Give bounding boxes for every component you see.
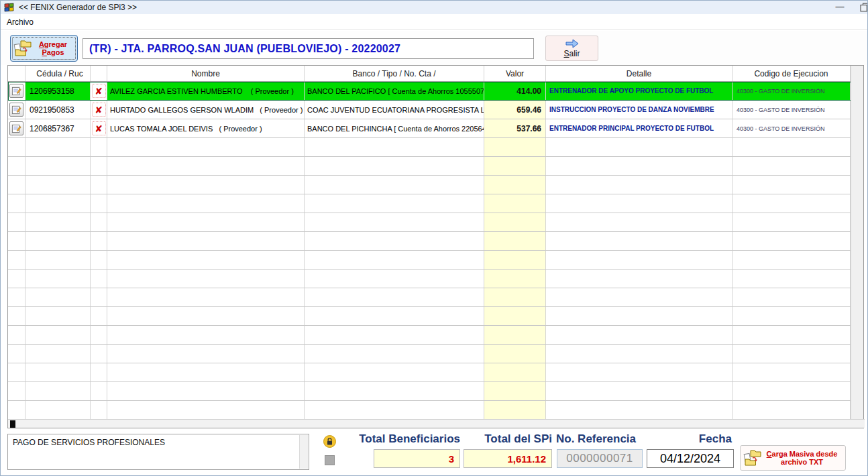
empty-row [8,138,863,157]
salir-button[interactable]: Salir [545,36,598,61]
edit-icon [11,105,21,115]
cell-detalle: ENTRENADOR PRINCIPAL PROYECTO DE FUTBOL [546,119,733,137]
title-bar: << FENIX Generador de SPi3 >> — [1,1,868,14]
fecha-value: 04/12/2024 [660,452,720,466]
referencia-label: No. Referencia [555,432,645,446]
empty-row [8,213,863,232]
empty-row [8,251,863,270]
header-edit-col [8,66,25,81]
empty-row [8,307,863,326]
hscroll-thumb[interactable] [10,420,15,428]
referencia-field: 0000000071 [557,449,643,468]
footer-panel: PAGO DE SERVICIOS PROFESIONALES Total Be… [1,430,868,476]
grid-horizontal-scrollbar[interactable] [8,419,865,428]
add-payments-folder-icon [13,40,32,57]
row-delete-button[interactable]: ✘ [92,84,106,98]
empty-row [8,363,863,382]
entity-text: (TR) - JTA. PARROQ.SAN JUAN (PUEBLOVIEJO… [89,43,400,55]
maximize-button[interactable] [859,3,868,12]
header-cedula: Cédula / Ruc [25,66,91,81]
cell-cedula: 0921950853 [25,101,91,119]
fecha-label: Fecha [647,432,732,446]
carga-masiva-label: Carga Masiva desde archivo TXT [761,450,843,466]
table-row[interactable]: 1206857367 ✘ LUCAS TOMALA JOEL DEIVIS ( … [8,119,863,138]
lock-icon[interactable] [323,435,336,448]
header-detalle: Detalle [546,66,733,81]
cell-detalle: INSTRUCCION PROYECTO DE DANZA NOVIEMBRE [546,101,733,119]
empty-row [8,194,863,213]
cell-banco: COAC JUVENTUD ECUATORIANA PROGRESISTA LT… [305,101,484,119]
empty-row [8,270,863,288]
agregar-pagos-label: Agregar Pagos [32,40,74,56]
salir-label: Salir [563,49,580,58]
total-spi-value: 1,611.12 [507,453,546,465]
concepto-scrollbar[interactable] [299,435,308,469]
menu-bar: Archivo [1,14,868,30]
total-beneficiarios-field: 3 [374,449,460,468]
empty-row [8,326,863,345]
cell-valor: 414.00 [484,82,546,100]
referencia-value: 0000000071 [566,452,633,465]
header-nombre: Nombre [107,66,305,81]
total-spi-label: Total del SPi [464,432,552,446]
agregar-pagos-button[interactable]: Agregar Pagos [10,35,78,62]
exit-arrow-icon [565,39,580,48]
cell-nombre: HURTADO GALLEGOS GERSON WLADIM ( Proveed… [107,101,305,119]
payments-grid: Cédula / Ruc Nombre Banco / Tipo / No. C… [7,65,864,428]
row-delete-button[interactable]: ✘ [92,103,106,117]
menu-archivo[interactable]: Archivo [1,15,40,29]
empty-row [8,157,863,176]
cell-banco: BANCO DEL PICHINCHA [ Cuenta de Ahorros … [305,119,484,137]
total-beneficiarios-value: 3 [449,453,454,465]
empty-row [8,176,863,194]
total-spi-field: 1,611.12 [464,449,552,468]
cell-codigo: 40300 - GASTO DE INVERSIÓN [733,101,851,119]
cell-codigo: 40300 - GASTO DE INVERSIÓN [733,82,851,100]
cell-nombre: AVILEZ GARCIA ESTIVEN HUMBERTO ( Proveed… [107,82,305,100]
header-delete-col [91,66,107,81]
toolbar: Agregar Pagos (TR) - JTA. PARROQ.SAN JUA… [1,31,868,65]
table-row[interactable]: 0921950853 ✘ HURTADO GALLEGOS GERSON WLA… [8,101,863,119]
empty-row [8,345,863,363]
cell-nombre: LUCAS TOMALA JOEL DEIVIS ( Proveedor ) [107,119,305,137]
total-beneficiarios-label: Total Beneficiarios [343,432,460,446]
status-square [325,455,335,465]
empty-row [8,401,863,420]
edit-icon [11,123,21,133]
header-valor: Valor [484,66,546,81]
app-window: << FENIX Generador de SPi3 >> — Archivo … [0,0,868,476]
row-edit-button[interactable] [9,103,23,117]
row-delete-button[interactable]: ✘ [92,121,106,135]
grid-body: 1206953158 ✘ AVILEZ GARCIA ESTIVEN HUMBE… [8,82,863,420]
header-codigo: Codigo de Ejecucion [733,66,851,81]
row-edit-button[interactable] [9,84,23,98]
carga-masiva-folder-icon [743,449,761,467]
cell-banco: BANCO DEL PACIFICO [ Cuenta de Ahorros 1… [305,82,484,100]
entity-field[interactable]: (TR) - JTA. PARROQ.SAN JUAN (PUEBLOVIEJO… [83,38,534,59]
row-edit-button[interactable] [9,121,23,135]
cell-codigo: 40300 - GASTO DE INVERSIÓN [733,119,851,137]
empty-row [8,288,863,307]
cell-cedula: 1206953158 [25,82,91,100]
app-logo-icon [4,3,15,12]
concepto-textarea[interactable]: PAGO DE SERVICIOS PROFESIONALES [7,434,309,470]
cell-valor: 537.66 [484,119,546,137]
empty-row [8,232,863,251]
concepto-text: PAGO DE SERVICIOS PROFESIONALES [13,438,165,447]
window-title: << FENIX Generador de SPi3 >> [19,3,137,12]
edit-icon [11,86,21,96]
table-row[interactable]: 1206953158 ✘ AVILEZ GARCIA ESTIVEN HUMBE… [8,82,863,101]
empty-row [8,382,863,401]
grid-vertical-scrollbar[interactable] [851,66,863,420]
cell-valor: 659.46 [484,101,546,119]
carga-masiva-button[interactable]: Carga Masiva desde archivo TXT [740,445,846,471]
cell-cedula: 1206857367 [25,119,91,137]
fecha-field[interactable]: 04/12/2024 [647,449,734,468]
cell-detalle: ENTRENADOR DE APOYO PROYECTO DE FUTBOL [546,82,733,100]
minimize-button[interactable]: — [830,1,850,14]
header-banco: Banco / Tipo / No. Cta / [305,66,484,81]
grid-header: Cédula / Ruc Nombre Banco / Tipo / No. C… [8,66,863,82]
